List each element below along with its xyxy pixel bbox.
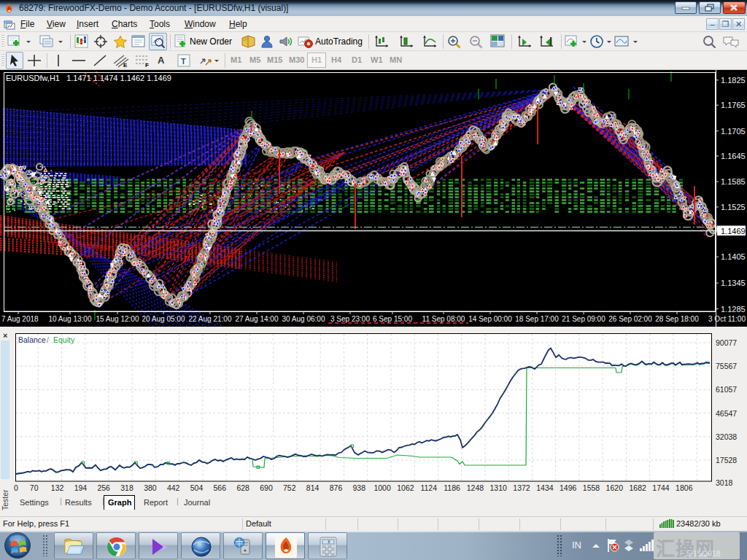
svg-text:×: ×	[3, 331, 7, 340]
svg-text:Balance: Balance	[18, 335, 46, 344]
svg-text:32038: 32038	[716, 432, 737, 441]
svg-text:27 Aug 14:00: 27 Aug 14:00	[236, 315, 279, 323]
svg-text:0: 0	[14, 483, 18, 492]
svg-text:46547: 46547	[716, 409, 737, 418]
svg-text:1248: 1248	[467, 483, 484, 492]
svg-text:876: 876	[330, 483, 343, 492]
svg-text:1.1345: 1.1345	[721, 279, 746, 287]
svg-text:22 Aug 21:00: 22 Aug 21:00	[189, 315, 232, 323]
svg-text:7 Aug 2018: 7 Aug 2018	[1, 315, 39, 323]
svg-text:3 Sep 23:00: 3 Sep 23:00	[330, 315, 370, 323]
svg-text:194: 194	[74, 483, 88, 492]
svg-text:814: 814	[306, 483, 320, 492]
svg-text:T: T	[181, 57, 186, 66]
svg-text:F: F	[145, 62, 149, 68]
svg-text:3018: 3018	[716, 478, 733, 487]
svg-text:1.1705: 1.1705	[721, 127, 746, 136]
svg-text:17528: 17528	[716, 456, 737, 464]
svg-text:75567: 75567	[716, 362, 737, 370]
svg-text:61057: 61057	[716, 385, 737, 394]
svg-text:504: 504	[190, 483, 204, 492]
svg-text:14 Sep 00:00: 14 Sep 00:00	[468, 315, 512, 323]
svg-text:1.1285: 1.1285	[721, 305, 746, 314]
svg-text:566: 566	[214, 483, 227, 492]
svg-text:1620: 1620	[606, 483, 624, 492]
svg-text:30 Aug 06:00: 30 Aug 06:00	[282, 315, 325, 323]
svg-text:1.1825: 1.1825	[721, 76, 746, 85]
svg-text:1.1765: 1.1765	[721, 101, 746, 109]
svg-text:20 Aug 05:00: 20 Aug 05:00	[142, 315, 185, 323]
svg-text:28 Sep 18:00: 28 Sep 18:00	[655, 315, 699, 323]
svg-text:26 Sep 02:00: 26 Sep 02:00	[608, 315, 652, 323]
svg-text:1806: 1806	[676, 483, 693, 492]
svg-text:380: 380	[144, 483, 157, 492]
svg-text:1000: 1000	[374, 483, 391, 492]
svg-text:1496: 1496	[560, 483, 577, 492]
svg-text:1.1405: 1.1405	[721, 252, 746, 261]
svg-text:132: 132	[51, 483, 64, 492]
svg-text:1682: 1682	[630, 483, 647, 492]
svg-text:1.1585: 1.1585	[721, 177, 746, 186]
svg-text:18 Sep 17:00: 18 Sep 17:00	[515, 315, 559, 323]
svg-text:15 Aug 12:00: 15 Aug 12:00	[96, 315, 139, 323]
svg-text:1124: 1124	[420, 483, 437, 492]
svg-text:8: 8	[328, 540, 330, 544]
svg-text:90077: 90077	[716, 338, 737, 347]
svg-text:442: 442	[167, 483, 180, 492]
svg-text:6 Sep 15:00: 6 Sep 15:00	[373, 315, 412, 323]
svg-text:1434: 1434	[536, 483, 554, 492]
svg-text:1310: 1310	[490, 483, 508, 492]
svg-text:1372: 1372	[513, 483, 530, 492]
svg-text:Equity: Equity	[53, 335, 75, 344]
svg-text:21 Sep 09:00: 21 Sep 09:00	[562, 315, 605, 323]
svg-text:11 Sep 08:00: 11 Sep 08:00	[422, 315, 465, 323]
svg-text:EURUSDfw,H1 1.1471 1.1474 1.: EURUSDfw,H1 1.1471 1.1474 1.1462 1.1469	[6, 74, 171, 82]
svg-text:70: 70	[30, 483, 39, 492]
svg-text:256: 256	[97, 483, 110, 492]
svg-text:1.1645: 1.1645	[721, 152, 746, 160]
svg-text:1186: 1186	[444, 483, 460, 492]
svg-text:628: 628	[236, 483, 249, 492]
svg-text:3 Oct 11:00: 3 Oct 11:00	[708, 315, 746, 323]
svg-text:1062: 1062	[397, 483, 414, 492]
svg-text:E: E	[123, 62, 128, 68]
svg-text:10 Aug 13:00: 10 Aug 13:00	[49, 315, 92, 323]
svg-text:752: 752	[283, 483, 296, 492]
svg-text:938: 938	[353, 483, 366, 492]
svg-text:1.1525: 1.1525	[721, 203, 746, 211]
svg-text:1744: 1744	[652, 483, 670, 492]
svg-text:1558: 1558	[583, 483, 600, 492]
svg-text:1.1469: 1.1469	[721, 227, 746, 236]
svg-text:690: 690	[260, 483, 273, 492]
svg-text:/: /	[47, 335, 49, 344]
svg-text:318: 318	[120, 483, 133, 492]
